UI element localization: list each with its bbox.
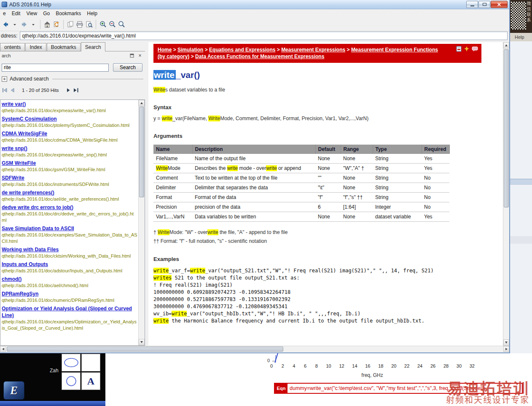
panel-splitter[interactable] <box>145 42 148 346</box>
minimize-icon <box>470 5 474 6</box>
result-title[interactable]: SystemC Cosimulation <box>2 116 137 122</box>
result-title[interactable]: CDMA WriteSigFile <box>2 130 137 137</box>
result-title[interactable]: Save Simulation Data to ASCII <box>2 225 137 232</box>
table-cell: precision of the data <box>192 202 315 212</box>
result-title[interactable]: DPRamRegSyn <box>2 290 137 297</box>
search-result-item[interactable]: GSM WriteFileqthelp://ads.2016.01/doc/gs… <box>2 160 137 173</box>
content-scrollbar[interactable] <box>503 42 509 346</box>
search-button[interactable]: Search <box>113 63 142 72</box>
dock-float-button[interactable] <box>129 53 135 59</box>
scroll-down-button[interactable] <box>503 339 509 346</box>
forward-button[interactable] <box>20 19 28 30</box>
tab-contents[interactable]: ontents <box>0 43 25 51</box>
menu-item-view[interactable]: View <box>23 10 40 17</box>
first-page-button[interactable] <box>1 87 8 94</box>
title-bar[interactable]: ADS 2016.01 Help ✕ <box>0 0 509 9</box>
address-input[interactable]: qthelp://ads.2016.01/doc/expmeas/write_v… <box>20 32 508 40</box>
table-cell: "" <box>315 173 341 183</box>
table-cell: None <box>341 183 373 193</box>
scroll-right-button[interactable] <box>503 346 509 352</box>
forward-icon <box>21 21 28 28</box>
zoom-original-button[interactable] <box>117 19 126 30</box>
results-scrollbar[interactable] <box>138 100 145 345</box>
minimize-button[interactable] <box>466 1 478 8</box>
menu-item-edit[interactable]: Edit <box>9 10 24 17</box>
search-result-item[interactable]: SDFWriteqthelp://ads.2016.01/doc/instrum… <box>2 175 137 188</box>
tab-bookmarks[interactable]: Bookmarks <box>47 43 81 51</box>
search-result-item[interactable]: Working with Data Filesqthelp://ads.2016… <box>2 246 137 259</box>
tab-search[interactable]: Search <box>81 42 105 51</box>
menu-item-help[interactable]: Help <box>84 10 100 17</box>
breadcrumb-link[interactable]: Simulation <box>177 47 203 53</box>
scrollbar-thumb[interactable] <box>139 107 144 197</box>
breadcrumb-link[interactable]: Data Access Functions for Measurement Ex… <box>195 54 324 59</box>
table-cell: None <box>341 212 373 222</box>
text-tool-button[interactable]: A <box>81 372 100 390</box>
result-title[interactable]: write var() <box>2 101 137 108</box>
home-button[interactable] <box>43 19 51 30</box>
search-result-item[interactable]: Optimization or Yield Analysis Goal (Slo… <box>2 305 137 331</box>
search-result-item[interactable]: write var()qthelp://ads.2016.01/doc/expm… <box>2 101 137 114</box>
breadcrumb-link[interactable]: Equations and Expressions <box>209 47 275 53</box>
result-title[interactable]: write snp() <box>2 145 137 152</box>
result-title[interactable]: chmod() <box>2 276 137 282</box>
result-title[interactable]: GSM WriteFile <box>2 160 137 167</box>
result-title[interactable]: dedve write drc errors to job() <box>2 204 137 211</box>
search-result-item[interactable]: chmod()qthelp://ads.2016.01/doc/ael/chmo… <box>2 276 137 289</box>
menu-item-bookmarks[interactable]: Bookmarks <box>53 10 84 17</box>
search-result-item[interactable]: dedve write drc errors to job()qthelp://… <box>2 204 137 223</box>
previous-page-button[interactable] <box>8 87 16 94</box>
page-setup-button[interactable] <box>66 19 75 30</box>
highlight-icon[interactable] <box>464 46 469 52</box>
last-page-button[interactable] <box>73 87 80 94</box>
find-button[interactable] <box>85 19 93 30</box>
menu-item-go[interactable]: Go <box>40 10 53 17</box>
search-result-item[interactable]: de write preferences()qthelp://ads.2016.… <box>2 189 137 202</box>
search-input[interactable] <box>2 64 109 72</box>
tab-index[interactable]: Index <box>25 43 46 51</box>
search-result-item[interactable]: Inputs and Outputsqthelp://ads.2016.01/d… <box>2 261 137 274</box>
result-title[interactable]: Optimization or Yield Analysis Goal (Slo… <box>2 305 137 319</box>
advanced-search-expand-button[interactable]: + <box>2 76 7 82</box>
scroll-up-button[interactable] <box>503 42 509 48</box>
scrollbar-thumb[interactable] <box>504 49 509 207</box>
result-title[interactable]: Working with Data Files <box>2 246 137 253</box>
ellipse-tool-button[interactable] <box>62 354 81 371</box>
breadcrumb-link[interactable]: Measurement Expressions <box>281 47 345 53</box>
menu-item-file[interactable]: e <box>0 10 9 17</box>
sync-toc-button[interactable] <box>52 19 61 30</box>
code-line: wv_ib=write_var("output_hbIb.txt","W","!… <box>153 310 503 317</box>
scroll-left-button[interactable] <box>0 346 6 352</box>
back-menu-button[interactable] <box>11 19 19 30</box>
zoom-out-button[interactable] <box>108 19 116 30</box>
breadcrumb-links: Home > Simulation > Equations and Expres… <box>158 47 438 59</box>
result-title[interactable]: SDFWrite <box>2 175 137 181</box>
scroll-down-button[interactable] <box>139 339 145 345</box>
print-button[interactable] <box>75 19 84 30</box>
search-result-item[interactable]: DPRamRegSynqthelp://ads.2016.01/doc/nume… <box>2 290 137 304</box>
search-result-item[interactable]: SystemC Cosimulationqthelp://ads.2016.01… <box>2 116 137 129</box>
forward-menu-button[interactable] <box>29 19 38 30</box>
close-button[interactable]: ✕ <box>491 1 508 8</box>
scrollbar-thumb[interactable] <box>7 347 283 352</box>
pdf-icon[interactable] <box>456 46 462 52</box>
next-page-button[interactable] <box>65 87 73 94</box>
search-result-item[interactable]: write snp()qthelp://ads.2016.01/doc/expm… <box>2 145 137 158</box>
search-result-item[interactable]: CDMA WriteSigFileqthelp://ads.2016.01/do… <box>2 130 137 143</box>
comment-icon[interactable] <box>472 46 478 52</box>
dock-close-button[interactable]: × <box>137 53 143 59</box>
back-button[interactable] <box>1 19 10 30</box>
maximize-button[interactable] <box>478 1 490 8</box>
breadcrumb-link[interactable]: Home <box>158 47 172 53</box>
circle-tool-button[interactable] <box>62 372 81 390</box>
result-title[interactable]: Inputs and Outputs <box>2 261 137 268</box>
search-result-item[interactable]: Save Simulation Data to ASCIIqthelp://ad… <box>2 225 137 245</box>
result-title[interactable]: de write preferences() <box>2 189 137 196</box>
table-cell: String <box>373 154 422 164</box>
empty-tool-button[interactable] <box>81 354 100 371</box>
zoom-in-button[interactable] <box>99 19 107 30</box>
horizontal-scrollbar[interactable] <box>0 346 509 352</box>
scroll-up-button[interactable] <box>139 100 145 106</box>
text-tool-icon: A <box>87 376 94 387</box>
ads-app-icon[interactable]: E <box>3 381 24 400</box>
